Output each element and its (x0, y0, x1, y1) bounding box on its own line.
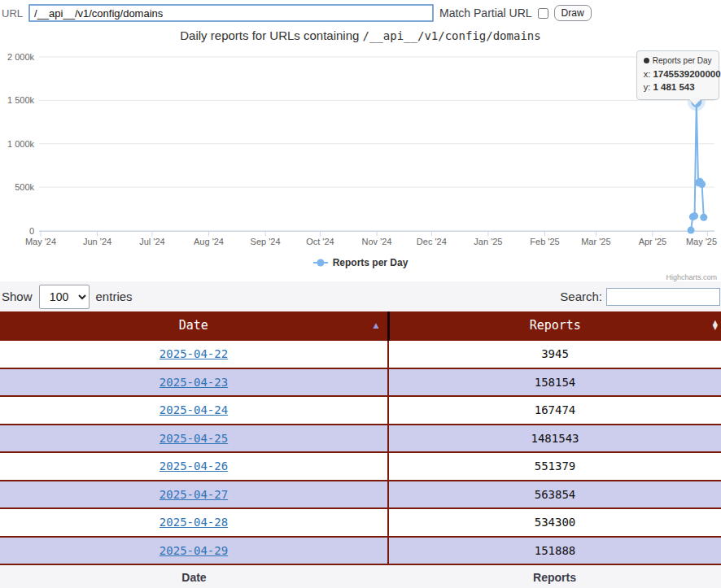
svg-text:Jul '24: Jul '24 (139, 237, 164, 246)
date-link[interactable]: 2025-04-29 (159, 544, 228, 557)
date-cell: 2025-04-29 (0, 537, 388, 565)
date-link[interactable]: 2025-04-23 (159, 376, 228, 389)
legend-marker-icon (313, 258, 328, 268)
legend-label: Reports per Day (333, 257, 409, 268)
table-row: 2025-04-27563854 (0, 481, 721, 509)
tooltip-y-label: y: (644, 82, 651, 92)
draw-button[interactable]: Draw (554, 5, 592, 21)
reports-cell: 151888 (388, 537, 721, 565)
svg-text:Jan '25: Jan '25 (474, 237, 502, 246)
reports-cell: 563854 (388, 481, 721, 509)
date-link[interactable]: 2025-04-22 (159, 347, 228, 360)
date-link[interactable]: 2025-04-26 (159, 460, 228, 473)
date-link[interactable]: 2025-04-25 (159, 432, 228, 445)
date-link[interactable]: 2025-04-28 (159, 516, 228, 529)
table-footer: Date Reports (0, 565, 721, 588)
date-header-label: Date (179, 318, 208, 333)
svg-text:0: 0 (29, 226, 34, 236)
match-partial-label: Match Partial URL (439, 7, 532, 20)
search-box: Search: (560, 288, 721, 306)
date-link[interactable]: 2025-04-24 (159, 403, 228, 416)
date-cell: 2025-04-23 (0, 368, 388, 397)
table-row: 2025-04-223945 (0, 340, 721, 368)
search-input[interactable] (606, 288, 720, 306)
chart-tooltip: Reports per Day x: 1745539200000 y: 1 48… (636, 50, 719, 100)
column-header-date[interactable]: Date (0, 311, 388, 340)
chart-container: Daily reports for URLs containing /__api… (0, 23, 721, 281)
tooltip-x-row: x: 1745539200000 (644, 68, 712, 81)
svg-text:1 500k: 1 500k (7, 95, 35, 105)
toolbar: URL Match Partial URL Draw (0, 0, 721, 23)
column-header-reports[interactable]: Reports (388, 311, 721, 340)
footer-date-label: Date (0, 571, 388, 584)
data-point[interactable] (700, 214, 707, 221)
data-point[interactable] (691, 212, 698, 220)
table-controls: Show 100 entries Search: (0, 281, 721, 311)
url-label: URL (2, 7, 23, 20)
tooltip-series-row: Reports per Day (644, 55, 712, 68)
date-link[interactable]: 2025-04-27 (159, 488, 228, 501)
date-cell: 2025-04-22 (0, 340, 388, 368)
search-label: Search: (560, 290, 602, 303)
reports-cell: 167474 (388, 396, 721, 425)
reports-header-label: Reports (530, 318, 581, 333)
data-point[interactable] (698, 181, 706, 188)
series-bullet-icon (644, 58, 649, 63)
svg-text:Sep '24: Sep '24 (251, 237, 281, 246)
highcharts-credits-link[interactable]: Highcharts.com (666, 273, 717, 281)
date-cell: 2025-04-27 (0, 481, 388, 509)
sort-ascending-icon (374, 321, 379, 329)
reports-cell: 534300 (388, 508, 721, 537)
date-cell: 2025-04-24 (0, 396, 388, 425)
svg-text:2 000k: 2 000k (7, 52, 35, 62)
table-row: 2025-04-29151888 (0, 537, 721, 565)
tooltip-series-name: Reports per Day (653, 56, 712, 65)
svg-text:Apr '25: Apr '25 (639, 237, 667, 246)
table-row: 2025-04-251481543 (0, 425, 721, 453)
date-cell: 2025-04-25 (0, 425, 388, 453)
sort-both-icon (713, 320, 718, 330)
svg-text:Feb '25: Feb '25 (530, 237, 559, 246)
url-input[interactable] (28, 4, 434, 22)
table-row: 2025-04-24167474 (0, 396, 721, 425)
table-header-row: Date Reports (0, 311, 721, 340)
entries-label: entries (96, 290, 133, 303)
legend-item[interactable]: Reports per Day (0, 257, 721, 268)
date-cell: 2025-04-26 (0, 452, 388, 481)
tooltip-y-value: 1 481 543 (653, 82, 694, 92)
page-size-select[interactable]: 100 (39, 285, 90, 309)
svg-text:1 000k: 1 000k (7, 139, 35, 149)
table-row: 2025-04-28534300 (0, 508, 721, 537)
chart-plot: 0500k1 000k1 500k2 000kMay '24Jun '24Jul… (0, 23, 721, 281)
reports-cell: 1481543 (388, 425, 721, 453)
date-cell: 2025-04-28 (0, 508, 388, 537)
reports-cell: 158154 (388, 368, 721, 397)
reports-cell: 3945 (388, 340, 721, 368)
match-partial-checkbox[interactable] (538, 8, 548, 19)
svg-text:Nov '24: Nov '24 (362, 237, 392, 246)
svg-text:Jun '24: Jun '24 (83, 237, 111, 246)
footer-reports-label: Reports (388, 571, 721, 584)
reports-cell: 551379 (388, 452, 721, 481)
svg-text:Mar '25: Mar '25 (581, 237, 610, 246)
table-row: 2025-04-26551379 (0, 452, 721, 481)
reports-table: Date Reports 2025-04-2239452025-04-23158… (0, 311, 721, 565)
show-label: Show (2, 290, 33, 303)
tooltip-x-label: x: (644, 69, 651, 79)
tooltip-y-row: y: 1 481 543 (644, 81, 712, 94)
svg-text:Aug '24: Aug '24 (194, 237, 224, 246)
svg-text:500k: 500k (15, 182, 34, 192)
svg-text:Oct '24: Oct '24 (306, 237, 334, 246)
svg-text:May '25: May '25 (686, 237, 717, 246)
table-body: 2025-04-2239452025-04-231581542025-04-24… (0, 340, 721, 564)
table-row: 2025-04-23158154 (0, 368, 721, 397)
data-point[interactable] (688, 227, 695, 234)
svg-text:Dec '24: Dec '24 (417, 237, 447, 246)
tooltip-x-value: 1745539200000 (653, 69, 720, 79)
svg-text:May '24: May '24 (25, 237, 56, 246)
